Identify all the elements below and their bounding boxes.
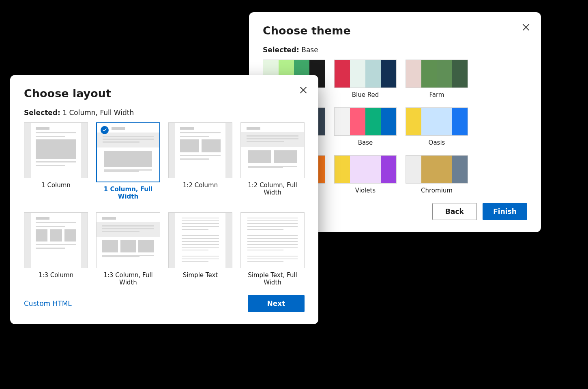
layout-label: 1 Column [24, 182, 88, 189]
layout-preview [240, 122, 305, 178]
custom-html-link[interactable]: Custom HTML [24, 299, 72, 308]
choose-layout-dialog: Choose layout Selected: 1 Column, Full W… [10, 75, 318, 324]
dialog-title: Choose layout [24, 87, 305, 100]
finish-button[interactable]: Finish [483, 203, 527, 220]
theme-option-violets[interactable]: Violets [334, 155, 397, 194]
layout-option-simple-text[interactable]: Simple Text [168, 212, 232, 286]
theme-option-farm[interactable]: Farm [406, 60, 468, 98]
selected-line: Selected: Base [263, 46, 527, 54]
selected-label: Selected: [24, 109, 60, 117]
layout-preview [24, 212, 88, 268]
theme-label: Chromium [406, 187, 468, 194]
back-button[interactable]: Back [432, 203, 477, 220]
layout-option-1-column-full-width[interactable]: 1 Column, Full Width [96, 122, 160, 200]
theme-label: Oasis [406, 139, 468, 146]
layout-option-1-3-column-full-width[interactable]: 1:3 Column, Full Width [96, 212, 160, 286]
swatch [406, 155, 468, 184]
layout-preview [168, 122, 232, 178]
selected-value: 1 Column, Full Width [62, 109, 134, 117]
layout-label: 1:3 Column [24, 271, 88, 279]
dialog-footer: Custom HTML Next [24, 295, 305, 312]
theme-option-chromium[interactable]: Chromium [406, 155, 468, 194]
layout-label: 1 Column, Full Width [96, 186, 160, 200]
swatch [406, 107, 468, 136]
theme-option-blue-red[interactable]: Blue Red [334, 60, 397, 98]
layout-option-simple-text-full-width[interactable]: Simple Text, Full Width [240, 212, 305, 286]
layout-label: Simple Text [168, 271, 232, 279]
layout-grid: 1 Column 1 Column, Full Width [24, 122, 305, 286]
close-button[interactable] [297, 84, 309, 96]
layout-option-1-2-column-full-width[interactable]: 1:2 Column, Full Width [240, 122, 305, 200]
layout-preview [240, 212, 305, 268]
layout-preview [24, 122, 88, 178]
layout-option-1-3-column[interactable]: 1:3 Column [24, 212, 88, 286]
selected-line: Selected: 1 Column, Full Width [24, 109, 305, 117]
close-icon [300, 86, 307, 94]
layout-label: Simple Text, Full Width [240, 271, 305, 286]
selected-label: Selected: [263, 46, 299, 54]
swatch [334, 107, 397, 136]
layout-preview [168, 212, 232, 268]
close-icon [522, 24, 530, 31]
next-button[interactable]: Next [248, 295, 305, 312]
layout-preview [96, 212, 160, 268]
selected-value: Base [301, 46, 318, 54]
dialog-title: Choose theme [263, 24, 527, 37]
theme-option-oasis[interactable]: Oasis [406, 107, 468, 146]
swatch [334, 60, 397, 88]
theme-label: Base [334, 139, 397, 146]
swatch [334, 155, 397, 184]
close-button[interactable] [520, 21, 532, 33]
check-icon [101, 126, 109, 134]
theme-label: Violets [334, 187, 397, 194]
theme-option-base[interactable]: Base [334, 107, 397, 146]
layout-preview [96, 122, 160, 182]
layout-label: 1:3 Column, Full Width [96, 271, 160, 286]
layout-option-1-column[interactable]: 1 Column [24, 122, 88, 200]
layout-option-1-2-column[interactable]: 1:2 Column [168, 122, 232, 200]
theme-label: Blue Red [334, 91, 397, 98]
swatch [406, 60, 468, 88]
layout-label: 1:2 Column, Full Width [240, 182, 305, 196]
layout-label: 1:2 Column [168, 182, 232, 189]
theme-label: Farm [406, 91, 468, 98]
